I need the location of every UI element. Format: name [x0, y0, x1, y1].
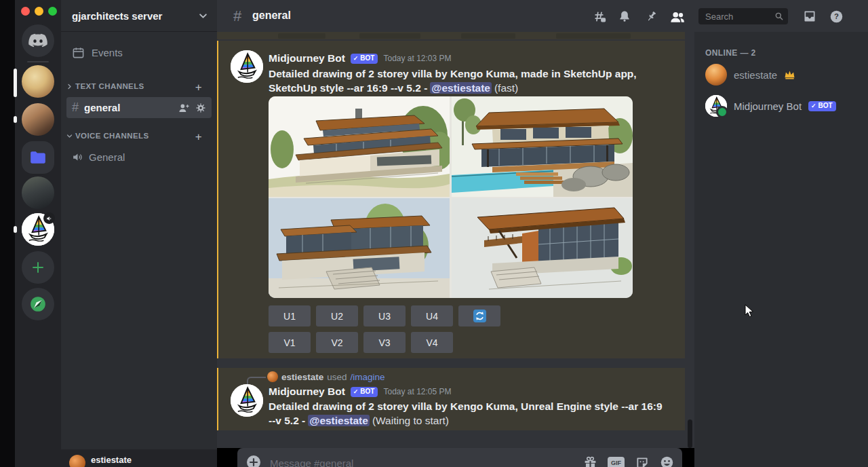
verified-check-icon: ✓: [353, 388, 359, 396]
chat-scrollbar-thumb[interactable]: [688, 419, 692, 448]
reply-user-name[interactable]: estiestate: [281, 372, 323, 382]
search-input[interactable]: [704, 11, 774, 22]
variation-button-v1[interactable]: V1: [269, 332, 311, 353]
create-channel-button[interactable]: +: [195, 81, 202, 94]
search-box[interactable]: [698, 8, 788, 24]
reply-connector: [247, 377, 266, 384]
member-estiestate[interactable]: estiestate: [700, 60, 863, 89]
bot-badge: ✓ BOT: [351, 54, 378, 64]
voice-general-label: General: [89, 151, 125, 163]
emoji-icon[interactable]: [658, 454, 675, 467]
server-avatar-1[interactable]: [22, 65, 54, 98]
message-list: Midjourney Bot ✓ BOT Today at 12:03 PM D…: [217, 32, 694, 448]
create-voice-channel-button[interactable]: +: [195, 130, 202, 144]
search-icon: [774, 12, 784, 21]
message-text: Detailed drawing of 2 storey villa by Ke…: [269, 399, 663, 428]
online-status-dot: [716, 106, 728, 118]
text-channels-label: TEXT CHANNELS: [75, 82, 144, 90]
gif-icon[interactable]: GIF: [608, 454, 625, 467]
invite-people-icon[interactable]: [178, 102, 190, 113]
author-name[interactable]: Midjourney Bot: [269, 52, 345, 64]
member-name: estiestate: [734, 69, 777, 81]
upscale-button-u3[interactable]: U3: [363, 305, 406, 326]
generated-image-4: [452, 198, 633, 298]
member-midjourney-bot[interactable]: Midjourney Bot ✓ BOT: [700, 92, 863, 120]
current-user-name: estiestate: [91, 455, 132, 465]
reroll-button[interactable]: [458, 305, 500, 326]
rail-divider: [27, 61, 49, 62]
svg-text:?: ?: [834, 12, 839, 20]
midjourney-bot-avatar[interactable]: [231, 50, 263, 83]
speaker-icon: [46, 215, 53, 222]
server-owner-crown-icon: [784, 70, 795, 79]
channel-general-label: general: [84, 102, 173, 113]
server-name: gjarchitects server: [72, 10, 162, 22]
current-user-avatar[interactable]: [69, 455, 85, 467]
sticker-icon[interactable]: [633, 454, 650, 467]
message-input[interactable]: [269, 451, 556, 467]
generated-image-3: [269, 198, 450, 298]
estiestate-avatar-small[interactable]: [267, 371, 278, 382]
folder-icon: [29, 150, 47, 165]
help-icon[interactable]: ?: [829, 9, 844, 24]
verified-check-icon: ✓: [353, 54, 359, 62]
generated-image-1: [269, 96, 450, 197]
notifications-bell-icon[interactable]: [617, 9, 632, 24]
chevron-down-icon: [199, 12, 208, 20]
voice-channels-header[interactable]: VOICE CHANNELS +: [66, 132, 212, 140]
minimize-window-button[interactable]: [35, 7, 43, 16]
mention-estiestate[interactable]: @estiestate: [308, 415, 370, 426]
midjourney-image-grid[interactable]: [269, 96, 633, 298]
inbox-icon[interactable]: [802, 9, 817, 24]
timestamp: Today at 12:05 PM: [383, 387, 451, 396]
plus-circle-icon: [245, 454, 262, 467]
upscale-button-u1[interactable]: U1: [269, 305, 311, 326]
channel-settings-gear-icon[interactable]: [195, 102, 206, 113]
upscale-button-u4[interactable]: U4: [411, 305, 453, 326]
online-members-header: ONLINE — 2: [705, 48, 756, 58]
gift-icon[interactable]: [582, 454, 599, 467]
message-text: Detailed drawing of 2 storey villa by Ke…: [269, 67, 663, 95]
member-list-toggle-icon[interactable]: [670, 9, 685, 24]
explore-servers-button[interactable]: [22, 288, 54, 320]
bot-badge: ✓ BOT: [351, 387, 378, 397]
reply-context: estiestate used /imagine: [267, 371, 385, 382]
calendar-icon: [72, 46, 85, 59]
add-server-button[interactable]: [22, 251, 54, 284]
refresh-icon: [473, 310, 486, 322]
attach-file-button[interactable]: [245, 454, 262, 467]
events-label: Events: [92, 47, 123, 58]
active-server-pill: [14, 69, 17, 97]
variation-button-v2[interactable]: V2: [316, 332, 358, 353]
member-sidebar: ONLINE — 2 estiestate Midjourney Bot ✓ B…: [694, 32, 868, 467]
server-avatar-2[interactable]: [22, 103, 54, 136]
zoom-window-button[interactable]: [48, 7, 57, 16]
channel-general[interactable]: # general: [66, 97, 212, 118]
hash-icon: #: [233, 7, 241, 25]
mouse-cursor: [745, 304, 754, 318]
text-channels-header[interactable]: TEXT CHANNELS +: [66, 82, 212, 90]
slash-command-link[interactable]: /imagine: [351, 372, 385, 382]
close-window-button[interactable]: [21, 7, 30, 16]
user-panel[interactable]: estiestate: [61, 449, 217, 467]
threads-icon[interactable]: [591, 9, 606, 24]
message: estiestate used /imagine Midjourney Bot …: [217, 368, 685, 430]
server-header[interactable]: gjarchitects server: [61, 0, 217, 32]
server-folder[interactable]: [22, 141, 54, 174]
server-avatar-3[interactable]: [22, 176, 54, 209]
pinned-messages-icon[interactable]: [644, 9, 658, 24]
variation-button-v3[interactable]: V3: [363, 332, 406, 353]
midjourney-bot-avatar[interactable]: [231, 384, 263, 417]
estiestate-avatar: [705, 64, 727, 86]
voice-channel-general[interactable]: General: [72, 147, 208, 166]
chevron-icon: [66, 83, 73, 90]
author-name[interactable]: Midjourney Bot: [269, 386, 345, 398]
sidebar-item-events[interactable]: Events: [66, 42, 212, 62]
message: Midjourney Bot ✓ BOT Today at 12:03 PM D…: [217, 41, 685, 358]
message-header: Midjourney Bot ✓ BOT Today at 12:05 PM: [269, 386, 452, 398]
mention-estiestate[interactable]: @estiestate: [430, 82, 492, 94]
discord-home-button[interactable]: [22, 24, 54, 57]
upscale-button-u2[interactable]: U2: [316, 305, 358, 326]
midjourney-server-button[interactable]: [22, 213, 54, 246]
variation-button-v4[interactable]: V4: [411, 332, 453, 353]
